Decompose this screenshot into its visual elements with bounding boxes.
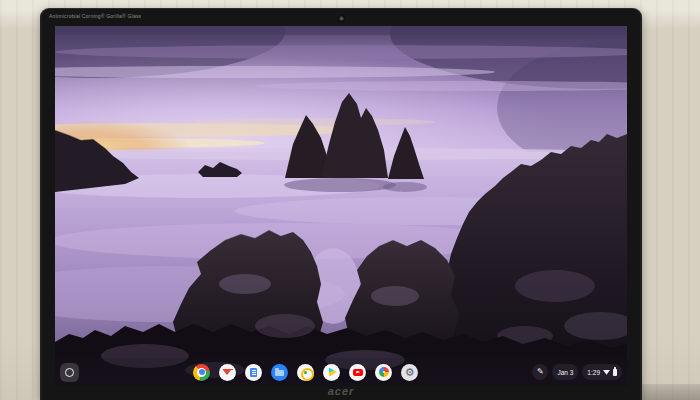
desktop-wallpaper — [55, 26, 627, 386]
gmail-icon[interactable] — [219, 364, 236, 381]
youtube-icon[interactable] — [349, 364, 366, 381]
system-tray[interactable]: 1:29 — [582, 364, 622, 380]
chromeos-desktop: ⚙ ✎ Jan 3 1:29 — [55, 26, 627, 386]
stylus-tools-button[interactable]: ✎ — [532, 364, 548, 380]
shelf: ⚙ ✎ Jan 3 1:29 — [55, 358, 627, 386]
clock-label: 1:29 — [587, 369, 600, 376]
play-store-icon[interactable] — [323, 364, 340, 381]
chromebook-laptop: Antimicrobial Corning® Gorilla® Glass — [40, 8, 642, 400]
date-label: Jan 3 — [557, 369, 573, 376]
launcher-button[interactable] — [60, 363, 79, 382]
wifi-icon — [603, 369, 610, 375]
google-docs-icon[interactable] — [245, 364, 262, 381]
bezel-sticker-label: Antimicrobial Corning® Gorilla® Glass — [49, 13, 141, 19]
calendar-date-pill[interactable]: Jan 3 — [552, 364, 578, 380]
battery-icon — [613, 369, 617, 376]
google-photos-icon[interactable] — [375, 364, 392, 381]
status-area: ✎ Jan 3 1:29 — [532, 364, 622, 380]
photo-scene: Antimicrobial Corning® Gorilla® Glass — [0, 0, 700, 400]
acer-logo: acer — [40, 385, 642, 398]
camera-app-icon[interactable] — [297, 364, 314, 381]
webcam-icon — [338, 15, 345, 22]
files-app-icon[interactable] — [271, 364, 288, 381]
desk-surface — [638, 384, 700, 400]
chrome-icon[interactable] — [193, 364, 210, 381]
settings-gear-icon[interactable]: ⚙ — [401, 364, 418, 381]
shelf-pinned-apps: ⚙ — [193, 364, 418, 381]
